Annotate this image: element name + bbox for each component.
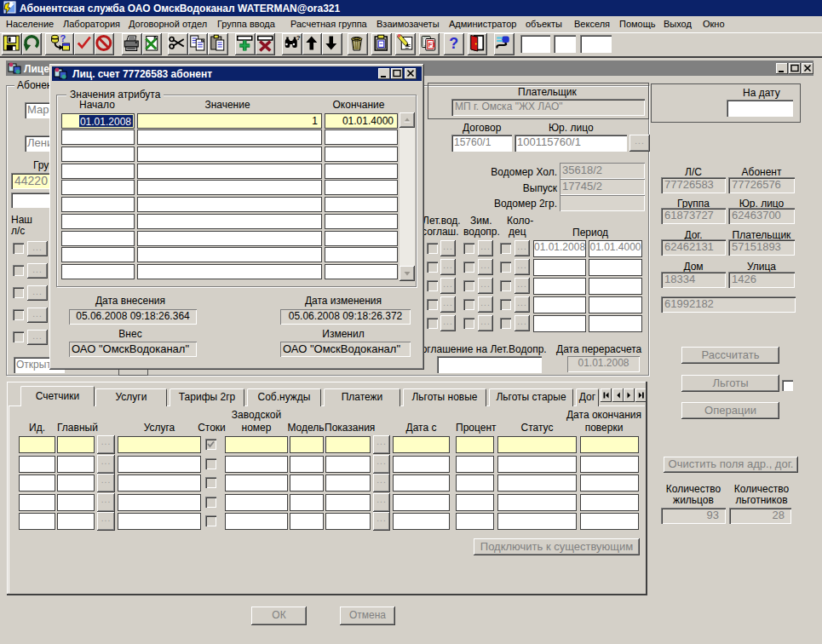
svg-text:?: ?: [296, 34, 301, 42]
svg-text:F1: F1: [428, 41, 436, 49]
svg-text:?: ?: [449, 35, 458, 52]
svg-text:?: ?: [60, 33, 66, 43]
